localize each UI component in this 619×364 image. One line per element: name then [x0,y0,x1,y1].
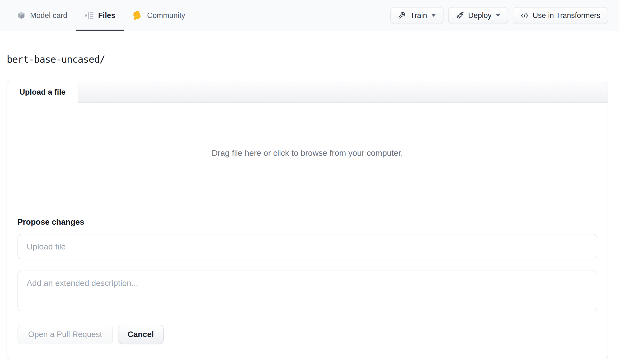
train-button[interactable]: Train [390,7,444,24]
form-buttons-row: Open a Pull Request Cancel [17,325,597,344]
upload-file-input[interactable] [17,234,597,259]
cube-icon [17,11,26,20]
upload-a-file-tab[interactable]: Upload a file [7,81,78,103]
deploy-button[interactable]: Deploy [448,7,508,24]
propose-changes-heading: Propose changes [17,217,597,227]
deploy-button-label: Deploy [468,11,492,20]
tab-files[interactable]: Files [76,0,124,31]
upload-a-file-tab-label: Upload a file [19,88,66,97]
tab-model-card[interactable]: Model card [8,0,76,31]
train-button-label: Train [410,11,427,20]
rocket-icon [456,11,464,20]
cancel-button[interactable]: Cancel [118,325,164,344]
upload-panel: Upload a file Drag file here or click to… [7,81,608,359]
repo-path[interactable]: bert-base-uncased/ [7,54,619,65]
chevron-down-icon [431,14,436,17]
wrench-icon [398,11,406,20]
file-dropzone[interactable]: Drag file here or click to browse from y… [7,103,608,203]
upload-panel-header-filler [78,81,608,103]
use-in-transformers-label: Use in Transformers [533,11,600,20]
tab-files-label: Files [98,11,115,20]
tab-model-card-label: Model card [30,11,67,20]
tab-community[interactable]: Community [124,0,194,31]
files-list-icon [85,11,94,20]
propose-changes-section: Propose changes Open a Pull Request Canc… [7,203,608,359]
code-icon [521,11,529,20]
dropzone-hint-text: Drag file here or click to browse from y… [212,148,403,158]
extended-description-textarea[interactable] [17,271,597,311]
use-in-transformers-button[interactable]: Use in Transformers [513,7,608,24]
repo-tab-bar: Model card Files [0,0,619,31]
repo-action-buttons: Train Deploy [390,0,619,31]
open-pull-request-button[interactable]: Open a Pull Request [17,325,113,344]
chevron-down-icon [496,14,500,17]
tab-community-label: Community [147,11,185,20]
upload-panel-header: Upload a file [7,81,608,103]
waving-hand-icon [133,10,143,21]
